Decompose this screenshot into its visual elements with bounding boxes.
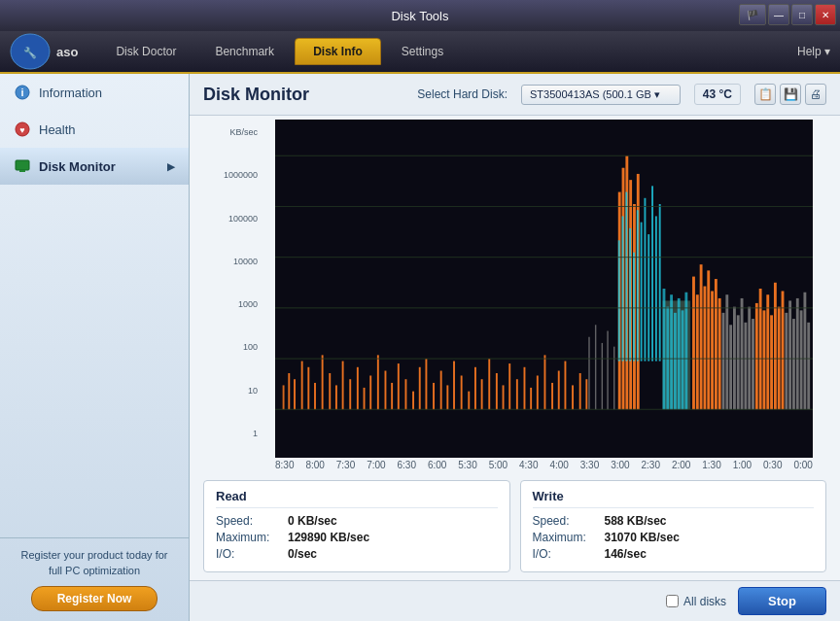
content-header: Disk Monitor Select Hard Disk: ST3500413… [190, 74, 840, 116]
svg-rect-108 [755, 303, 758, 409]
read-speed-value: 0 KB/sec [288, 514, 337, 528]
svg-rect-89 [682, 310, 684, 409]
arrow-icon: ▶ [167, 161, 175, 172]
svg-rect-103 [737, 315, 740, 409]
x-tick: 4:00 [549, 460, 568, 470]
svg-rect-81 [655, 216, 657, 361]
sidebar-item-health[interactable]: ♥ Health [0, 111, 189, 148]
tab-disk-doctor[interactable]: Disk Doctor [97, 38, 194, 65]
header-icons: 📋 💾 🖨 [754, 84, 826, 105]
y-label-top: KB/sec [203, 127, 258, 137]
svg-rect-58 [579, 373, 581, 409]
svg-rect-37 [433, 383, 435, 409]
print-icon[interactable]: 🖨 [805, 84, 826, 105]
register-text: Register your product today for full PC … [14, 548, 175, 578]
svg-rect-93 [700, 264, 703, 409]
read-io-value: 0/sec [288, 547, 317, 561]
copy-icon[interactable]: 📋 [754, 84, 776, 105]
info-icon: i [14, 84, 31, 101]
svg-rect-54 [551, 383, 553, 409]
svg-rect-56 [564, 362, 566, 410]
svg-rect-6 [16, 160, 29, 170]
content-area: Disk Monitor Select Hard Disk: ST3500413… [190, 74, 840, 621]
select-hard-disk-label: Select Hard Disk: [417, 87, 508, 101]
window-controls: — □ ✕ [768, 4, 836, 25]
svg-rect-40 [453, 362, 455, 410]
main-layout: i Information ♥ Health Disk Monitor ▶ Re… [0, 74, 840, 621]
write-maximum-value: 31070 KB/sec [605, 531, 680, 544]
disk-selector[interactable]: ST3500413AS (500.1 GB ▾ [521, 85, 681, 105]
svg-rect-80 [651, 186, 653, 361]
svg-rect-16 [288, 373, 290, 409]
x-tick: 8:00 [305, 460, 324, 470]
svg-rect-52 [537, 375, 539, 409]
svg-rect-62 [602, 343, 603, 409]
svg-rect-73 [625, 192, 627, 362]
svg-rect-43 [474, 367, 476, 410]
stats-area: Read Speed: 0 KB/sec Maximum: 129890 KB/… [190, 472, 840, 580]
svg-rect-60 [588, 337, 589, 410]
x-tick: 4:30 [519, 460, 538, 470]
flag-icon[interactable]: 🏴 [739, 4, 766, 25]
minimize-button[interactable]: — [768, 4, 789, 25]
svg-rect-92 [696, 294, 699, 409]
sidebar-item-information[interactable]: i Information [0, 74, 189, 111]
nav-tabs: Disk Doctor Benchmark Disk Info Settings [97, 38, 797, 65]
svg-rect-17 [294, 379, 296, 409]
write-io-row: I/O: 146/sec [533, 547, 815, 561]
svg-text:i: i [20, 86, 23, 98]
svg-rect-33 [404, 379, 406, 409]
svg-rect-91 [692, 277, 695, 410]
y-axis: KB/sec 1000000 100000 10000 1000 100 10 … [203, 120, 262, 458]
write-io-value: 146/sec [605, 547, 647, 561]
svg-rect-97 [715, 279, 718, 409]
disk-monitor-chart [275, 120, 813, 458]
svg-rect-24 [342, 362, 344, 410]
register-button[interactable]: Register Now [31, 586, 158, 611]
svg-rect-31 [391, 383, 393, 409]
register-area: Register your product today for full PC … [0, 537, 189, 621]
svg-rect-117 [788, 300, 791, 409]
x-tick: 1:30 [702, 460, 720, 470]
tab-disk-info[interactable]: Disk Info [295, 38, 381, 65]
svg-rect-114 [778, 307, 781, 410]
svg-rect-77 [641, 223, 643, 362]
x-tick: 0:30 [763, 460, 782, 470]
all-disks-checkbox-area[interactable]: All disks [666, 595, 726, 608]
svg-rect-90 [684, 293, 687, 410]
read-maximum-label: Maximum: [216, 531, 284, 544]
y-tick-10000: 10000 [203, 257, 258, 266]
svg-rect-46 [496, 373, 498, 409]
stop-button[interactable]: Stop [738, 587, 826, 615]
svg-rect-95 [707, 270, 710, 409]
svg-rect-109 [759, 289, 762, 409]
temperature-badge: 43 °C [694, 84, 741, 105]
svg-rect-101 [729, 325, 732, 409]
svg-rect-19 [307, 367, 309, 410]
tab-benchmark[interactable]: Benchmark [196, 38, 293, 65]
svg-rect-34 [412, 392, 414, 410]
read-stats-box: Read Speed: 0 KB/sec Maximum: 129890 KB/… [203, 480, 510, 572]
svg-rect-112 [770, 315, 773, 409]
save-icon[interactable]: 💾 [780, 84, 801, 105]
close-button[interactable]: ✕ [815, 4, 836, 25]
all-disks-checkbox[interactable] [666, 595, 679, 607]
svg-rect-115 [782, 291, 785, 409]
sidebar-item-disk-monitor[interactable]: Disk Monitor ▶ [0, 148, 189, 185]
read-speed-label: Speed: [216, 514, 284, 528]
svg-rect-121 [803, 293, 806, 410]
maximize-button[interactable]: □ [791, 4, 813, 25]
svg-rect-21 [322, 355, 324, 409]
svg-rect-84 [663, 289, 666, 409]
help-menu[interactable]: Help ▾ [797, 45, 830, 58]
svg-rect-51 [530, 388, 532, 409]
svg-rect-122 [807, 323, 810, 409]
logo-text: aso [56, 45, 78, 59]
svg-rect-30 [385, 371, 387, 410]
svg-rect-76 [637, 210, 639, 361]
svg-rect-64 [613, 347, 614, 410]
svg-rect-107 [752, 319, 754, 409]
svg-rect-116 [785, 313, 788, 409]
tab-settings[interactable]: Settings [383, 38, 462, 65]
x-tick: 5:00 [489, 460, 508, 470]
